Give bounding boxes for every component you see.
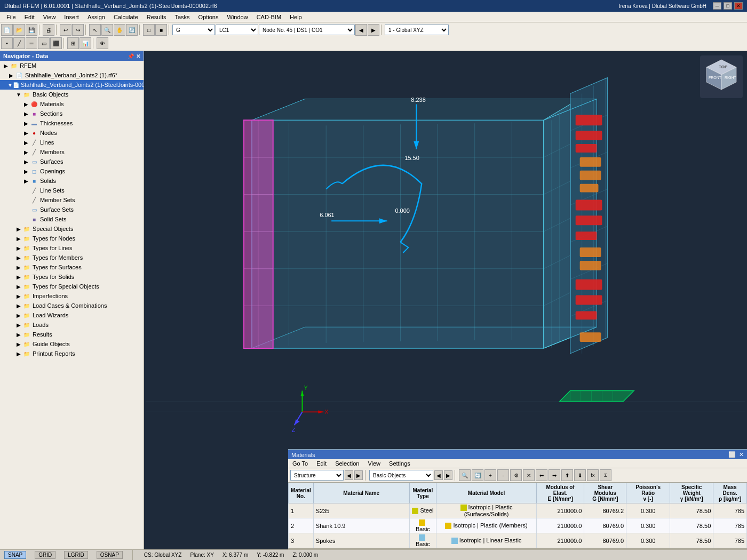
tb-open[interactable]: 📂 — [13, 24, 25, 36]
menu-options[interactable]: Options — [194, 13, 223, 21]
bp-settings[interactable]: Settings — [387, 460, 412, 467]
grid-btn[interactable]: GRID — [35, 551, 55, 559]
tb-surface[interactable]: ▭ — [38, 37, 50, 49]
toggle-nodes[interactable]: ▶ — [22, 130, 30, 136]
toggle-materials[interactable]: ▶ — [22, 101, 30, 107]
bp-selection[interactable]: Selection — [333, 460, 361, 467]
table-row[interactable]: 3 Spokes Basic Isotropic | Linear Elasti… — [289, 533, 747, 548]
tb-node[interactable]: • — [1, 37, 13, 49]
menu-assign[interactable]: Assign — [83, 13, 109, 21]
nav-file2[interactable]: ▼ 📄 Stahlhalle_Verband_Joints2 (1)-Steel… — [0, 80, 144, 90]
nav-loadwizards[interactable]: ▶ 📁 Load Wizards — [0, 310, 144, 320]
toggle-imperf[interactable]: ▶ — [15, 293, 22, 299]
nav-special[interactable]: ▶ 📁 Special Objects — [0, 224, 144, 234]
toggle-surfaces[interactable]: ▶ — [22, 159, 30, 165]
tb-member[interactable]: ═ — [26, 37, 37, 49]
toggle-rfem[interactable]: ▶ — [2, 63, 10, 69]
nav-types-special[interactable]: ▶ 📁 Types for Special Objects — [0, 282, 144, 291]
tb-mesh[interactable]: ⊞ — [67, 37, 79, 49]
toggle-sections[interactable]: ▶ — [22, 111, 30, 117]
toggle-tsolids[interactable]: ▶ — [15, 274, 22, 280]
lc-dropdown[interactable]: G — [172, 25, 215, 35]
table-row[interactable]: 1 S235 Steel Isotropic | Plastic (Surfac… — [289, 503, 747, 518]
view-select[interactable]: 1 - Global XYZ — [385, 25, 449, 35]
tb-results-btn[interactable]: 📊 — [80, 37, 91, 49]
tb-select[interactable]: ↖ — [89, 24, 101, 36]
menu-file[interactable]: File — [2, 13, 20, 21]
nav-types-solids[interactable]: ▶ 📁 Types for Solids — [0, 272, 144, 282]
bp-tb-3[interactable]: + — [484, 469, 496, 481]
bp-tb-10[interactable]: ⬇ — [574, 469, 586, 481]
menu-window[interactable]: Window — [223, 13, 252, 21]
node-select[interactable]: Node No. 45 | DS1 | CO1 — [259, 25, 355, 35]
nav-printout[interactable]: ▶ 📁 Printout Reports — [0, 349, 144, 358]
toggle-special[interactable]: ▶ — [15, 226, 22, 232]
nav-loadcases[interactable]: ▶ 📁 Load Cases & Combinations — [0, 301, 144, 310]
bp-view[interactable]: View — [365, 460, 383, 467]
bp-tb-7[interactable]: ⬅ — [536, 469, 547, 481]
bp-tb-2[interactable]: 🔄 — [472, 469, 483, 481]
nav-solids[interactable]: ▶ ■ Solids — [0, 176, 144, 186]
nav-solidsets[interactable]: ▶ ■ Solid Sets — [0, 214, 144, 224]
nav-file1[interactable]: ▶ 📄 Stahlhalle_Verband_Joints2 (1).rf6* — [0, 70, 144, 80]
menu-insert[interactable]: Insert — [60, 13, 83, 21]
bp-structure-dropdown[interactable]: Structure — [290, 470, 344, 481]
nav-scroll[interactable]: ▶ 📁 RFEM ▶ 📄 Stahlhalle_Verband_Joints2 … — [0, 61, 144, 553]
tb-solid[interactable]: ■ — [155, 24, 167, 36]
nav-surfaces[interactable]: ▶ ▭ Surfaces — [0, 157, 144, 166]
menu-calculate[interactable]: Calculate — [109, 13, 142, 21]
toggle-loads[interactable]: ▶ — [15, 322, 22, 328]
tb-solid2[interactable]: ⬛ — [50, 37, 62, 49]
toggle-tmembers[interactable]: ▶ — [15, 255, 22, 261]
menu-results[interactable]: Results — [142, 13, 171, 21]
tb-pan[interactable]: ✋ — [114, 24, 125, 36]
nav-nodes[interactable]: ▶ ● Nodes — [0, 128, 144, 138]
bp-prev-btn[interactable]: ◀ — [345, 470, 353, 480]
snap-btn[interactable]: SNAP — [4, 551, 26, 559]
toggle-tspecial[interactable]: ▶ — [15, 284, 22, 290]
menu-tasks[interactable]: Tasks — [170, 13, 194, 21]
bp-close-icon[interactable]: ✕ — [739, 451, 744, 458]
toggle-lines[interactable]: ▶ — [22, 140, 30, 146]
osnap-btn[interactable]: OSNAP — [97, 551, 123, 559]
tb-undo[interactable]: ↩ — [60, 24, 71, 36]
nav-imperfections[interactable]: ▶ 📁 Imperfections — [0, 291, 144, 301]
nav-membersets[interactable]: ▶ ╱ Member Sets — [0, 195, 144, 205]
nav-types-surfaces[interactable]: ▶ 📁 Types for Surfaces — [0, 262, 144, 272]
bp-tb-6[interactable]: ✕ — [523, 469, 535, 481]
tb-new[interactable]: 📄 — [1, 24, 13, 36]
bp-expand-icon[interactable]: ⬜ — [728, 451, 736, 458]
toggle-solids[interactable]: ▶ — [22, 178, 30, 184]
nav-types-members[interactable]: ▶ 📁 Types for Members — [0, 253, 144, 262]
nav-close-icon[interactable]: ✕ — [136, 53, 140, 59]
nav-pin-icon[interactable]: 📌 — [128, 53, 134, 59]
nav-loads[interactable]: ▶ 📁 Loads — [0, 320, 144, 330]
nav-members[interactable]: ▶ ╱ Members — [0, 147, 144, 157]
nav-guide[interactable]: ▶ 📁 Guide Objects — [0, 339, 144, 349]
menu-edit[interactable]: Edit — [20, 13, 39, 21]
bp-tb-9[interactable]: ⬆ — [561, 469, 573, 481]
toggle-results[interactable]: ▶ — [15, 332, 22, 338]
menu-cadbim[interactable]: CAD-BIM — [252, 13, 285, 21]
tb-print[interactable]: 🖨 — [43, 24, 54, 36]
nav-openings[interactable]: ▶ ◻ Openings — [0, 166, 144, 176]
tb-zoom[interactable]: 🔍 — [101, 24, 113, 36]
toggle-lc[interactable]: ▶ — [15, 303, 22, 309]
nav-results[interactable]: ▶ 📁 Results — [0, 330, 144, 339]
table-row[interactable]: 2 Shank 10.9 Basic Isotropic | Plastic (… — [289, 518, 747, 533]
tb-display[interactable]: 👁 — [97, 37, 108, 49]
lc-select[interactable]: LC1 — [216, 25, 258, 35]
bp-obj-next[interactable]: ▶ — [444, 470, 452, 480]
menu-help[interactable]: Help — [285, 13, 306, 21]
close-button[interactable]: ✕ — [734, 2, 743, 10]
nav-materials[interactable]: ▶ 🔴 Materials — [0, 99, 144, 109]
bp-next-btn[interactable]: ▶ — [354, 470, 363, 480]
toggle-tsurfaces[interactable]: ▶ — [15, 265, 22, 270]
toggle-file2[interactable]: ▼ — [7, 82, 13, 88]
tb-next[interactable]: ▶ — [368, 24, 379, 36]
maximize-button[interactable]: □ — [724, 2, 732, 10]
toggle-printout[interactable]: ▶ — [15, 351, 22, 357]
toggle-lw[interactable]: ▶ — [15, 313, 22, 318]
bp-obj-prev[interactable]: ◀ — [434, 470, 443, 480]
tb-wire[interactable]: □ — [143, 24, 155, 36]
